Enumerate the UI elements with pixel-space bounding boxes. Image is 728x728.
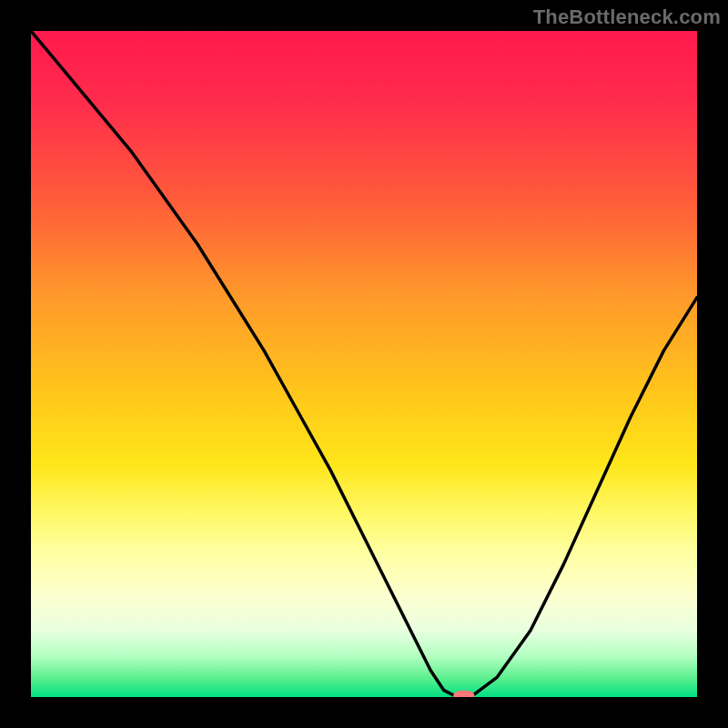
minimum-marker: [453, 691, 474, 697]
chart-frame: TheBottleneck.com: [0, 0, 728, 728]
chart-svg: [31, 31, 697, 697]
watermark-text: TheBottleneck.com: [533, 5, 721, 29]
plot-area: [31, 31, 697, 697]
bottleneck-curve: [31, 31, 697, 697]
